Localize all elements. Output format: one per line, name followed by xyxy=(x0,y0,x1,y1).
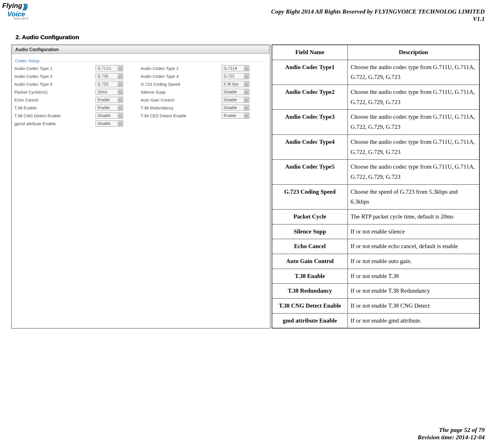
footer: The page 52 of 79 Revision time: 2014-12… xyxy=(418,426,485,441)
description-cell: Choose the audio codec type from G.711U,… xyxy=(348,134,479,159)
logo-waves-icon: ))) xyxy=(23,2,27,11)
form-label: Silence Supp xyxy=(141,90,222,94)
form-label: T.38 CNG Detect Enable xyxy=(14,113,96,118)
chevron-down-icon xyxy=(118,66,122,70)
table-row: Echo CancelIf or not enable echo cancel,… xyxy=(272,239,479,254)
select-5-right[interactable]: Disable xyxy=(222,105,249,111)
field-name-cell: T.38 Enable xyxy=(272,269,348,284)
select-value: G.711U xyxy=(98,66,118,70)
field-name-cell: Audio Codec Type4 xyxy=(272,134,348,159)
table-row: T.38 RedundancyIf or not enable T.38 Red… xyxy=(272,284,479,299)
select-value: G.723 xyxy=(98,82,118,86)
form-label: Audio Codec Type 4 xyxy=(141,74,222,79)
chevron-down-icon xyxy=(118,90,122,94)
table-header-description: Description xyxy=(348,45,479,60)
chevron-down-icon xyxy=(244,74,249,78)
description-cell: Choose the audio codec type from G.711U,… xyxy=(348,85,479,110)
select-2-left[interactable]: G.723 xyxy=(96,81,123,87)
field-name-cell: Echo Cancel xyxy=(272,239,348,254)
fieldset-legend: Codec Setup xyxy=(14,58,39,64)
field-name-cell: Packet Cycle xyxy=(272,209,348,224)
form-label: gpmd attribute Enable xyxy=(14,121,96,126)
table-row: Packet CycleThe RTP packet cycle time, d… xyxy=(272,209,479,224)
chevron-down-icon xyxy=(244,98,249,102)
select-value: Disable xyxy=(224,90,244,94)
select-1-left[interactable]: G.729 xyxy=(96,73,123,79)
form-label: Audio Codec Type 2 xyxy=(141,66,222,71)
table-row: Audio Codec Type4Choose the audio codec … xyxy=(272,134,479,159)
table-row: Audio Codec Type3Choose the audio codec … xyxy=(272,110,479,134)
select-2-right[interactable]: 5.3k bps xyxy=(222,81,249,87)
field-name-cell: Auto Gain Control xyxy=(272,254,348,269)
select-value: G.729 xyxy=(98,74,118,78)
select-3-left[interactable]: 20ms xyxy=(96,89,123,95)
description-cell: If or not enable gmd attribute. xyxy=(348,313,479,328)
description-cell: If or not enable echo cancel, default is… xyxy=(348,239,479,254)
select-3-right[interactable]: Disable xyxy=(222,89,249,95)
select-0-right[interactable]: G.711A xyxy=(222,65,249,71)
select-value: Disable xyxy=(224,105,244,110)
select-5-left[interactable]: Enable xyxy=(96,105,123,111)
revision-time: Revision time: 2014-12-04 xyxy=(418,434,485,441)
form-label: T.38 Enable xyxy=(14,105,96,110)
field-name-cell: Audio Codec Type3 xyxy=(272,110,348,134)
description-cell: Choose the speed of G.723 from 5.3kbps a… xyxy=(348,184,479,209)
chevron-down-icon xyxy=(118,113,122,118)
form-label: T.38 Redundancy xyxy=(141,105,222,110)
select-1-right[interactable]: G.722 xyxy=(222,73,249,79)
page-number: The page 52 of 79 xyxy=(418,426,485,434)
chevron-down-icon xyxy=(118,98,122,102)
logo-text-2: Voice xyxy=(7,11,28,17)
field-name-cell: Audio Codec Type5 xyxy=(272,160,348,184)
chevron-down-icon xyxy=(244,66,249,70)
description-cell: If or not enable T.38 CNG Detect xyxy=(348,299,479,314)
logo-tagline: Voice over IP xyxy=(14,17,28,20)
select-4-right[interactable]: Disable xyxy=(222,97,249,103)
table-row: T.38 EnableIf or not enable T.38 xyxy=(272,269,479,284)
field-name-cell: Audio Codec Type1 xyxy=(272,60,348,85)
table-row: Silence SuppIf or not enable silence xyxy=(272,224,479,239)
form-label: Echo Cancel xyxy=(14,98,96,102)
field-name-cell: T.38 CNG Detect Enable xyxy=(272,299,348,314)
table-header-field: Field Name xyxy=(272,45,348,60)
version-text: V1.1 xyxy=(271,15,485,23)
select-value: 5.3k bps xyxy=(224,82,244,86)
select-value: Enable xyxy=(98,98,118,102)
select-6-left[interactable]: Disable xyxy=(96,112,123,119)
select-value: Disable xyxy=(98,113,118,118)
chevron-down-icon xyxy=(244,90,249,94)
copyright-text: Copy Right 2014 All Rights Reserved by F… xyxy=(271,8,485,15)
chevron-down-icon xyxy=(118,121,122,126)
description-cell: Choose the audio codec type from G.711U,… xyxy=(348,110,479,134)
description-cell: If or not enable T.38 Redundancy xyxy=(348,284,479,299)
select-6-right[interactable]: Enable xyxy=(222,112,249,119)
description-cell: If or not enable auto gain. xyxy=(348,254,479,269)
description-table: Field Name Description Audio Codec Type1… xyxy=(272,45,479,328)
table-row: Auto Gain ControlIf or not enable auto g… xyxy=(272,254,479,269)
chevron-down-icon xyxy=(244,105,249,110)
table-row: T.38 CNG Detect EnableIf or not enable T… xyxy=(272,299,479,314)
table-row: Audio Codec Type5Choose the audio codec … xyxy=(272,160,479,184)
content: Audio Configuration Codec Setup Audio Co… xyxy=(11,45,480,328)
field-name-cell: Silence Supp xyxy=(272,224,348,239)
field-name-cell: Audio Codec Type2 xyxy=(272,85,348,110)
select-4-left[interactable]: Enable xyxy=(96,97,123,103)
table-row: Audio Codec Type2Choose the audio codec … xyxy=(272,85,479,110)
description-cell: The RTP packet cycle time, default is 20… xyxy=(348,209,479,224)
chevron-down-icon xyxy=(118,82,122,86)
description-cell: Choose the audio codec type from G.711U,… xyxy=(348,160,479,184)
table-row: gmd attribute EnableIf or not enable gmd… xyxy=(272,313,479,328)
form-label: Auto Gain Control xyxy=(141,98,222,102)
form-label: G.723 Coding Speed xyxy=(141,82,222,87)
select-value: G.711A xyxy=(224,66,244,70)
header: Copy Right 2014 All Rights Reserved by F… xyxy=(271,8,485,23)
config-panel: Audio Configuration Codec Setup Audio Co… xyxy=(11,45,270,328)
select-value: Disable xyxy=(224,98,244,102)
select-value: Enable xyxy=(98,105,118,110)
select-7-left[interactable]: Disable xyxy=(96,120,123,127)
description-cell: If or not enable T.38 xyxy=(348,269,479,284)
select-value: 20ms xyxy=(98,90,118,94)
select-0-left[interactable]: G.711U xyxy=(96,65,123,71)
panel-title: Audio Configuration xyxy=(12,45,269,54)
logo-text-1: Flying xyxy=(2,2,22,9)
